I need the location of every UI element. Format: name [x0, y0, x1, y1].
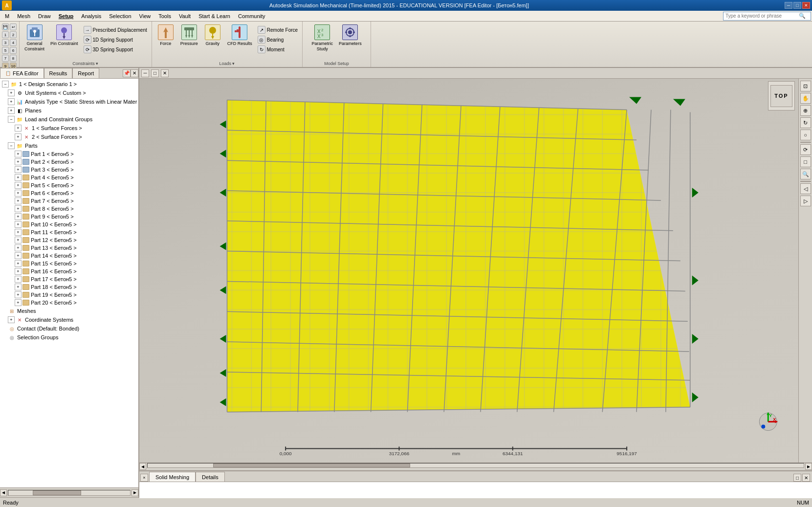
- bearing-button[interactable]: ◎ Bearing: [256, 35, 299, 44]
- tree-item-meshes[interactable]: ⊞ Meshes: [1, 307, 137, 315]
- tree-item-part9[interactable]: + Part 9 < Бетон5 >: [1, 213, 137, 220]
- tree-item-part13[interactable]: + Part 13 < Бетон5 >: [1, 244, 137, 252]
- menu-setup[interactable]: Setup: [55, 12, 78, 20]
- panel-bottom-scrollbar[interactable]: ◀ ▶: [0, 487, 138, 497]
- menu-vault[interactable]: Vault: [175, 12, 195, 20]
- tree-item-part10[interactable]: + Part 10 < Бетон5 >: [1, 220, 137, 228]
- menu-tools[interactable]: Tools: [154, 12, 175, 20]
- tree-item-part12[interactable]: + Part 12 < Бетон5 >: [1, 236, 137, 244]
- gravity-button[interactable]: Gravity: [202, 23, 223, 47]
- menu-m[interactable]: M: [1, 12, 13, 20]
- expander-part17[interactable]: +: [15, 276, 22, 283]
- pin-constraint-button[interactable]: Pin Constraint: [48, 23, 80, 47]
- tree-item-part19[interactable]: + Part 19 < Бетон5 >: [1, 291, 137, 299]
- horizontal-scrollbar[interactable]: [8, 490, 131, 496]
- tree-item-part8[interactable]: + Part 8 < Бетон5 >: [1, 205, 137, 213]
- quick-access-2[interactable]: 2: [10, 31, 17, 38]
- pressure-button[interactable]: Pressure: [178, 23, 200, 47]
- bottom-panel-expand-button[interactable]: □: [793, 474, 801, 482]
- tree-item-coordinate-systems[interactable]: + ✕ Coordinate Systems: [1, 315, 137, 324]
- zoom-in-out-button[interactable]: ⊕: [800, 105, 811, 116]
- menu-mesh[interactable]: Mesh: [13, 12, 34, 20]
- vp-scroll-thumb[interactable]: [213, 463, 410, 467]
- expander-part19[interactable]: +: [15, 291, 22, 298]
- menu-selection[interactable]: Selection: [105, 12, 135, 20]
- tree-item-part1[interactable]: + Part 1 < Бетон5 >: [1, 150, 137, 158]
- quick-access-6[interactable]: 6: [10, 47, 17, 54]
- bottom-panel-close-button[interactable]: ✕: [802, 474, 810, 482]
- tree-item-part2[interactable]: + Part 2 < Бетон5 >: [1, 158, 137, 166]
- expander-unit-systems[interactable]: +: [8, 89, 15, 96]
- orbit-button[interactable]: ○: [800, 130, 811, 140]
- viewport-close-button[interactable]: ✕: [161, 69, 169, 77]
- tree-item-planes[interactable]: + ◧ Planes: [1, 106, 137, 115]
- expander-part4[interactable]: +: [15, 174, 22, 181]
- tree-item-part17[interactable]: + Part 17 < Бетон5 >: [1, 275, 137, 283]
- panel-close-button[interactable]: ✕: [131, 69, 138, 77]
- rotate-button[interactable]: ↻: [800, 117, 811, 128]
- expander-part6[interactable]: +: [15, 190, 22, 197]
- quick-access-undo[interactable]: ↩: [10, 23, 17, 30]
- tree-item-part4[interactable]: + Part 4 < Бетон5 >: [1, 174, 137, 181]
- search-input[interactable]: [725, 13, 799, 19]
- force-button[interactable]: Force: [155, 23, 176, 47]
- menu-view[interactable]: View: [135, 12, 155, 20]
- expander-part13[interactable]: +: [15, 244, 22, 251]
- scroll-right-arrow[interactable]: ▶: [132, 489, 138, 496]
- view-btn-a[interactable]: ◁: [800, 183, 811, 194]
- viewport-restore-button[interactable]: □: [151, 69, 159, 77]
- menu-analysis[interactable]: Analysis: [77, 12, 105, 20]
- remote-force-button[interactable]: ↗ Remote Force: [256, 25, 299, 34]
- bottom-panel-collapse[interactable]: ×: [140, 474, 148, 482]
- tree-item-part15[interactable]: + Part 15 < Бетон5 >: [1, 260, 137, 267]
- expander-part7[interactable]: +: [15, 198, 22, 204]
- menu-start-learn[interactable]: Start & Learn: [195, 12, 234, 20]
- tree-item-part7[interactable]: + Part 7 < Бетон5 >: [1, 197, 137, 205]
- panel-pin-button[interactable]: 📌: [123, 69, 131, 77]
- reset-view-button[interactable]: ⟳: [800, 144, 811, 155]
- tree-area[interactable]: − 📁 1 < Design Scenario 1 > + ⚙ Unit Sys…: [0, 79, 138, 487]
- tree-item-part20[interactable]: + Part 20 < Бетон5 >: [1, 299, 137, 307]
- view-btn-b[interactable]: ▷: [800, 196, 811, 206]
- viewport-hscrollbar[interactable]: ◀ ▶: [139, 463, 812, 470]
- tree-item-load-constraint-groups[interactable]: − 📁 Load and Constraint Groups: [1, 115, 137, 124]
- 1d-spring-support-button[interactable]: ⟳ 1D Spring Support: [82, 35, 149, 44]
- moment-button[interactable]: ↻ Moment: [256, 45, 299, 54]
- expander-planes[interactable]: +: [8, 107, 15, 114]
- tree-item-part3[interactable]: + Part 3 < Бетон5 >: [1, 166, 137, 174]
- 3d-spring-support-button[interactable]: ⟳ 3D Spring Support: [82, 45, 149, 54]
- tree-item-part5[interactable]: + Part 5 < Бетон5 >: [1, 181, 137, 189]
- vp-scroll-left[interactable]: ◀: [139, 463, 146, 470]
- expander-sf1[interactable]: +: [15, 125, 22, 132]
- tree-item-part6[interactable]: + Part 6 < Бетон5 >: [1, 189, 137, 197]
- restore-button[interactable]: □: [793, 2, 801, 9]
- vp-scroll-right[interactable]: ▶: [805, 463, 812, 470]
- menu-draw[interactable]: Draw: [34, 12, 55, 20]
- parametric-study-button[interactable]: X 2 X 3 ParametricStudy: [310, 23, 335, 53]
- tree-item-unit-systems[interactable]: + ⚙ Unit Systems < Custom >: [1, 88, 137, 97]
- tree-item-design-scenario[interactable]: − 📁 1 < Design Scenario 1 >: [1, 80, 137, 88]
- quick-access-1[interactable]: 1: [2, 31, 9, 38]
- close-button[interactable]: ✕: [802, 2, 810, 9]
- quick-access-8[interactable]: 8: [10, 55, 17, 62]
- expander-parts[interactable]: −: [8, 142, 15, 149]
- expander-part15[interactable]: +: [15, 260, 22, 267]
- tab-report[interactable]: Report: [72, 68, 99, 78]
- expander-part16[interactable]: +: [15, 268, 22, 275]
- prescribed-displacement-button[interactable]: → Prescribed Displacement: [82, 25, 149, 34]
- expander-part5[interactable]: +: [15, 182, 22, 189]
- expander-part2[interactable]: +: [15, 158, 22, 165]
- expander-part14[interactable]: +: [15, 252, 22, 259]
- quick-access-4[interactable]: 4: [10, 39, 17, 46]
- expander-part12[interactable]: +: [15, 237, 22, 243]
- quick-access-3[interactable]: 3: [2, 39, 9, 46]
- pan-button[interactable]: ✋: [800, 93, 811, 104]
- expander-part9[interactable]: +: [15, 213, 22, 220]
- menu-community[interactable]: Community: [234, 12, 269, 20]
- tree-item-part14[interactable]: + Part 14 < Бетон5 >: [1, 252, 137, 260]
- tab-fea-editor[interactable]: 📋 FEA Editor: [0, 68, 44, 78]
- scroll-left-arrow[interactable]: ◀: [0, 489, 7, 496]
- tree-item-part18[interactable]: + Part 18 < Бетон5 >: [1, 283, 137, 291]
- expander-part3[interactable]: +: [15, 166, 22, 173]
- tree-item-part11[interactable]: + Part 11 < Бетон5 >: [1, 228, 137, 236]
